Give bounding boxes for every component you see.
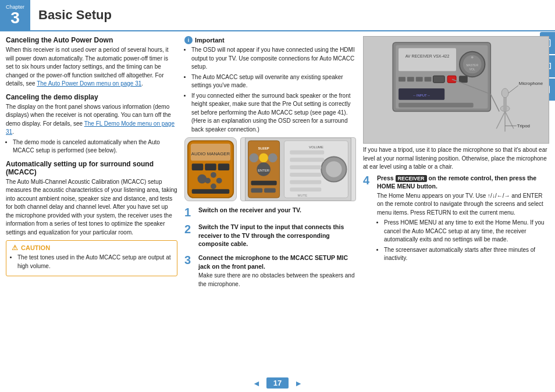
svg-rect-43 [399, 77, 405, 81]
svg-point-40 [471, 56, 474, 59]
important-bullet2: The Auto MCACC setup will overwrite any … [191, 73, 356, 90]
svg-text:ENTER: ENTER [258, 169, 269, 172]
page-number: 17 [266, 377, 289, 389]
main-content: Canceling the Auto Power Down When this … [0, 36, 555, 392]
step-4-body: The Home Menu appears on your TV. Use ↑/… [377, 192, 549, 263]
section2-bullet1: The demo mode is canceled automatically … [13, 138, 177, 155]
svg-rect-48 [447, 76, 456, 83]
step4-bullet1: Press HOME MENU at any time to exit the … [384, 219, 549, 244]
control-panel-svg: SLEEP ENTER VOLUME [241, 138, 355, 201]
important-bullet3: If you connected either the surround bac… [191, 92, 356, 134]
svg-point-6 [198, 174, 207, 184]
important-heading: i Important [184, 36, 356, 44]
control-panel-image: SLEEP ENTER VOLUME [240, 137, 356, 201]
svg-rect-11 [192, 189, 230, 194]
section3-heading: Automatically setting up for surround so… [6, 160, 177, 176]
svg-rect-22 [264, 188, 276, 193]
step-4: 4 Press RECEIVER on the remote control, … [363, 174, 549, 265]
chapter-number: 3 [10, 10, 20, 26]
page-title: Basic Setup [30, 8, 112, 23]
svg-rect-52 [399, 103, 474, 108]
svg-rect-46 [425, 77, 432, 81]
receiver-badge: RECEIVER [396, 175, 427, 182]
svg-text:MUTE: MUTE [298, 194, 308, 197]
left-column: Canceling the Auto Power Down When this … [6, 36, 177, 392]
right-column: AV RECEIVER VSX-422 MASTER VOL [363, 36, 549, 392]
svg-point-9 [211, 183, 216, 189]
svg-rect-47 [433, 76, 444, 83]
svg-rect-36 [399, 48, 456, 72]
step-3-content: Connect the microphone to the MCACC SETU… [198, 254, 356, 288]
next-page-arrow[interactable]: ► [294, 379, 303, 388]
receiver-caption: If you have a tripod, use it to place th… [363, 146, 549, 172]
step-4-content: Press RECEIVER on the remote control, th… [377, 174, 549, 265]
remote-image: AUDIO MANAGER [184, 137, 237, 201]
svg-rect-5 [218, 163, 230, 170]
caution-heading: ⚠ CAUTION [10, 244, 173, 252]
section2-body: The display on the front panel shows var… [6, 103, 177, 137]
svg-text:Tripod: Tripod [517, 123, 530, 129]
svg-rect-29 [290, 165, 321, 169]
step4-bullet2: The screensaver automatically starts aft… [384, 246, 549, 263]
svg-rect-3 [192, 163, 204, 170]
important-bullet1: The OSD will not appear if you have conn… [191, 46, 356, 72]
step-4-bullets: Press HOME MENU at any time to exit the … [377, 219, 549, 263]
caution-bullets: The test tones used in the Auto MCACC se… [10, 254, 173, 270]
section2-heading: Canceling the demo display [6, 93, 177, 101]
svg-text:AV RECEIVER VSX-422: AV RECEIVER VSX-422 [405, 54, 450, 58]
svg-line-54 [490, 94, 499, 112]
page-footer: ◄ 17 ► [0, 377, 555, 389]
svg-text:MASTER: MASTER [466, 64, 478, 67]
svg-point-10 [205, 178, 211, 184]
prev-page-arrow[interactable]: ◄ [252, 379, 261, 388]
step-1-content: Switch on the receiver and your TV. [198, 206, 356, 219]
svg-text:VOL: VOL [469, 68, 475, 71]
receiver-image: AV RECEIVER VSX-422 MASTER VOL [363, 36, 549, 144]
important-bullets: The OSD will not appear if you have conn… [184, 46, 356, 134]
svg-rect-45 [416, 77, 423, 81]
remote-svg: AUDIO MANAGER [185, 138, 236, 201]
step-2-content: Switch the TV input to the input that co… [198, 223, 356, 250]
svg-point-7 [211, 172, 216, 178]
svg-rect-27 [290, 151, 324, 155]
svg-rect-32 [290, 187, 321, 191]
section1-body: When this receiver is not used over a pe… [6, 46, 177, 88]
svg-rect-28 [290, 158, 324, 162]
svg-rect-4 [205, 163, 216, 170]
svg-point-26 [326, 161, 341, 177]
svg-line-60 [505, 112, 514, 129]
svg-point-15 [250, 154, 259, 163]
important-icon: i [184, 36, 193, 44]
step-3: 3 Connect the microphone to the MCACC SE… [184, 254, 356, 288]
svg-text:Microphone: Microphone [519, 81, 543, 86]
svg-point-16 [259, 154, 268, 163]
section2-bullets: The demo mode is canceled automatically … [6, 138, 177, 155]
important-box: i Important The OSD will not appear if y… [184, 36, 356, 134]
svg-point-17 [268, 154, 278, 163]
svg-text:-- INPUT --: -- INPUT -- [413, 94, 430, 97]
mid-column: i Important The OSD will not appear if y… [184, 36, 356, 392]
receiver-svg: AV RECEIVER VSX-422 MASTER VOL [364, 37, 549, 143]
section3-body: The Auto Multi-Channel Acoustic Calibrat… [6, 178, 177, 237]
caution-bullet1: The test tones used in the Auto MCACC se… [17, 254, 173, 270]
section1-heading: Canceling the Auto Power Down [6, 36, 177, 44]
svg-rect-44 [407, 77, 414, 81]
svg-line-58 [496, 112, 505, 129]
svg-text:SLEEP: SLEEP [258, 147, 269, 150]
section1-link[interactable]: The Auto Power Down menu on page 31 [37, 80, 141, 87]
svg-point-57 [501, 88, 508, 98]
chapter-box: Chapter 3 [0, 0, 30, 30]
receiver-area: AV RECEIVER VSX-422 MASTER VOL [363, 36, 549, 172]
svg-point-8 [216, 178, 222, 184]
svg-rect-49 [459, 76, 468, 83]
svg-rect-20 [251, 181, 277, 186]
svg-rect-21 [251, 188, 263, 193]
illustration-area: AUDIO MANAGER SLEEP [184, 137, 356, 201]
svg-line-61 [508, 85, 518, 93]
step-2: 2 Switch the TV input to the input that … [184, 223, 356, 250]
caution-icon: ⚠ [10, 244, 19, 252]
svg-text:VOLUME: VOLUME [309, 145, 323, 149]
svg-rect-31 [290, 180, 321, 184]
svg-text:AUDIO MANAGER: AUDIO MANAGER [191, 151, 230, 156]
caution-box: ⚠ CAUTION The test tones used in the Aut… [6, 240, 177, 276]
